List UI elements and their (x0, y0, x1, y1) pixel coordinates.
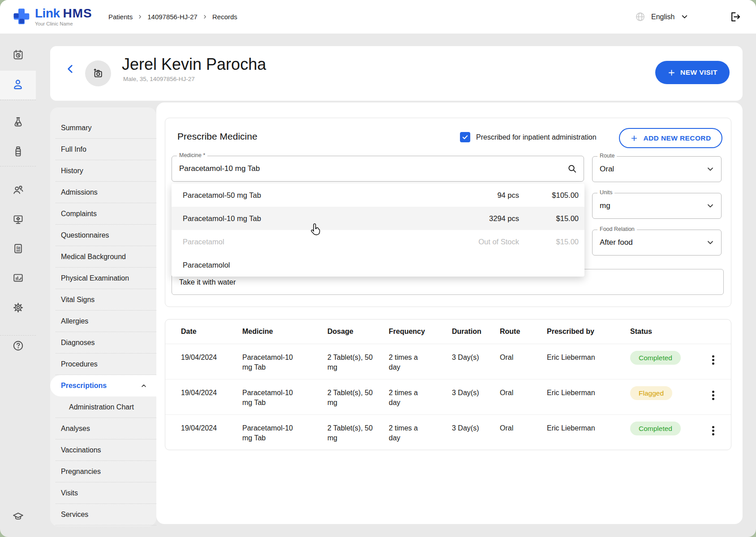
cell-dosage: 2 Tablet(s), 50 mg (327, 423, 380, 443)
patient-name: Jerel Kevin Parocha (122, 55, 266, 74)
prescriptions-table: Date Medicine Dosage Frequency Duration … (165, 319, 731, 450)
dropdown-option-name: Paracetamol (183, 238, 461, 246)
route-select[interactable]: Route Oral (592, 156, 722, 182)
nav-item-administration-chart[interactable]: Administration Chart (50, 396, 156, 418)
col-header-date: Date (181, 328, 242, 336)
patient-avatar-upload[interactable] (85, 60, 111, 86)
nav-item-history[interactable]: History (50, 160, 156, 182)
row-actions-kebab-icon[interactable] (709, 354, 717, 367)
col-header-dosage: Dosage (327, 328, 389, 336)
cell-route: Oral (500, 388, 547, 398)
rail-divider (0, 166, 36, 166)
chevron-down-icon (706, 238, 715, 247)
cell-route: Oral (500, 423, 547, 433)
new-visit-button[interactable]: NEW VISIT (655, 61, 730, 84)
dropdown-option[interactable]: Paracetamol-10 mg Tab 3294 pcs $15.00 (172, 207, 584, 230)
cell-medicine: Paracetamol-10 mg Tab (242, 388, 298, 408)
cell-medicine: Paracetamol-10 mg Tab (242, 353, 298, 372)
billing-invoice-icon[interactable]: $ (0, 243, 36, 255)
appointments-calendar-icon[interactable] (0, 49, 36, 61)
units-select[interactable]: Units mg (592, 193, 722, 219)
language-selector[interactable]: English (635, 0, 689, 34)
settings-gear-icon[interactable] (0, 302, 36, 314)
back-chevron-icon[interactable] (64, 63, 76, 75)
patients-icon[interactable] (0, 78, 36, 91)
nav-item-full-info[interactable]: Full Info (50, 139, 156, 160)
status-badge: Flagged (630, 386, 672, 400)
chevron-up-icon (140, 382, 147, 389)
dropdown-option-stock: Out of Stock (461, 238, 519, 246)
dropdown-option[interactable]: Paracetamol-50 mg Tab 94 pcs $105.00 (172, 183, 584, 207)
nav-item-questionnaires[interactable]: Questionnaires (50, 225, 156, 246)
col-header-frequency: Frequency (389, 328, 452, 336)
globe-icon (635, 12, 645, 22)
patient-meta: Male, 35, 14097856-HJ-27 (123, 76, 195, 82)
reports-board-icon[interactable] (0, 272, 36, 284)
laboratory-flask-icon[interactable] (0, 116, 36, 128)
col-header-status: Status (630, 328, 709, 336)
cell-frequency: 2 times a day (389, 388, 423, 408)
breadcrumb-patients[interactable]: Patients (108, 13, 133, 21)
cell-dosage: 2 Tablet(s), 50 mg (327, 353, 380, 372)
nav-item-services[interactable]: Services (50, 504, 156, 525)
cell-route: Oral (500, 353, 547, 362)
medicine-search-dropdown: Paracetamol-50 mg Tab 94 pcs $105.00 Par… (172, 183, 584, 277)
nav-item-analyses[interactable]: Analyses (50, 418, 156, 439)
col-header-prescribed-by: Prescribed by (547, 328, 630, 336)
language-label: English (651, 13, 674, 21)
row-actions-kebab-icon[interactable] (709, 424, 717, 437)
nav-item-vital-signs[interactable]: Vital Signs (50, 289, 156, 311)
dropdown-option-stock: 94 pcs (461, 191, 519, 200)
cell-frequency: 2 times a day (389, 423, 423, 443)
cell-prescribed-by: Eric Lieberman (547, 388, 630, 398)
nav-item-pregnancies[interactable]: Pregnancies (50, 461, 156, 482)
logout-icon[interactable] (729, 11, 741, 23)
nav-item-procedures[interactable]: Procedures (50, 354, 156, 375)
education-cap-icon[interactable] (0, 510, 36, 522)
chevron-right-icon (202, 14, 207, 19)
status-badge: Completed (630, 422, 681, 435)
inpatient-checkbox[interactable] (460, 132, 470, 142)
workstation-monitor-icon[interactable] (0, 213, 36, 226)
medicine-input-value: Paracetamol-10 mg Tab (179, 164, 260, 173)
status-badge: Completed (630, 351, 681, 365)
nav-item-visits[interactable]: Visits (50, 482, 156, 504)
cell-date: 19/04/2024 (181, 388, 242, 398)
dropdown-option[interactable]: Paracetamolol (172, 253, 584, 277)
staff-group-icon[interactable] (0, 184, 36, 196)
food-relation-select-label: Food Relation (597, 226, 637, 232)
food-relation-select[interactable]: Food Relation After food (592, 230, 722, 256)
nav-item-prescriptions[interactable]: Prescriptions (50, 375, 156, 396)
row-actions-kebab-icon[interactable] (709, 389, 717, 402)
patient-header-card: Jerel Kevin Parocha Male, 35, 14097856-H… (50, 46, 743, 101)
nav-item-complaints[interactable]: Complaints (50, 203, 156, 225)
medicine-input[interactable]: Medicine * Paracetamol-10 mg Tab (172, 156, 584, 182)
new-visit-label: NEW VISIT (680, 68, 717, 77)
prescribe-panel-title: Prescribe Medicine (177, 131, 258, 142)
pharmacy-bottle-icon[interactable] (0, 145, 36, 158)
nav-item-summary[interactable]: Summary (50, 117, 156, 139)
nav-item-admissions[interactable]: Admissions (50, 182, 156, 203)
add-new-record-label: ADD NEW RECORD (643, 134, 711, 142)
table-row: 19/04/2024 Paracetamol-10 mg Tab 2 Table… (165, 415, 731, 450)
icon-rail: $ (0, 34, 36, 537)
logo-tagline: Your Clinic Name (35, 21, 92, 26)
nav-item-vaccinations[interactable]: Vaccinations (50, 439, 156, 461)
chevron-down-icon (706, 165, 715, 174)
nav-item-medical-background[interactable]: Medical Background (50, 246, 156, 268)
breadcrumb-patient-id[interactable]: 14097856-HJ-27 (147, 13, 198, 21)
nav-item-physical-examination[interactable]: Physical Examination (50, 268, 156, 289)
help-icon[interactable] (0, 340, 36, 352)
search-icon[interactable] (567, 164, 577, 174)
nav-item-diagnoses[interactable]: Diagnoses (50, 332, 156, 354)
col-header-medicine: Medicine (242, 328, 327, 336)
cell-dosage: 2 Tablet(s), 50 mg (327, 388, 380, 408)
add-new-record-button[interactable]: ADD NEW RECORD (619, 128, 722, 148)
app-logo[interactable]: Link HMS Your Clinic Name (13, 6, 92, 26)
rail-divider (0, 335, 36, 336)
col-header-duration: Duration (452, 328, 500, 336)
dropdown-option-price: $15.00 (536, 238, 579, 246)
breadcrumb-records: Records (212, 13, 237, 21)
nav-item-allergies[interactable]: Allergies (50, 311, 156, 332)
units-select-value: mg (600, 201, 610, 210)
